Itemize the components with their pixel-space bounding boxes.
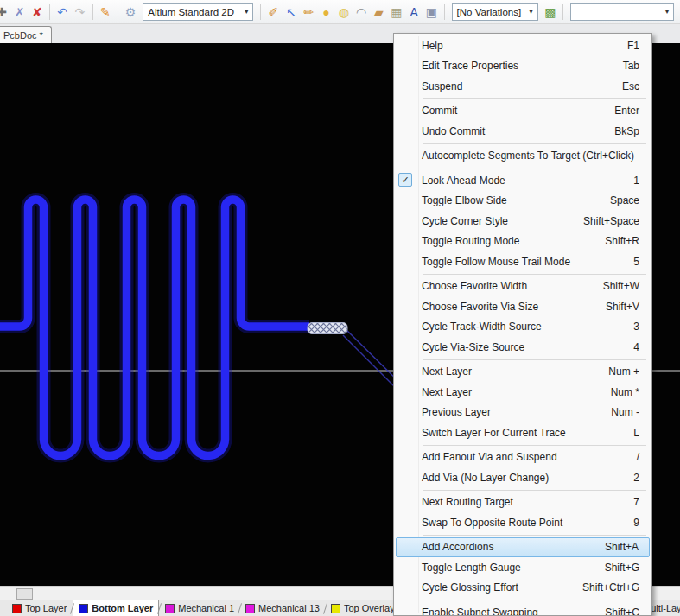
layer-tab-label: Top Layer [25, 603, 67, 613]
menu-item-shortcut: Shift+Space [575, 215, 639, 227]
menu-item-shortcut: / [628, 451, 639, 463]
altium-pcb-editor: ✚✗✘↶↷✎⚙Altium Standard 2D▾✐↖✏●◍◠▰▦A▣[No … [0, 0, 680, 616]
extra-dropdown[interactable]: ▾ [570, 3, 674, 21]
menu-item-toggle-elbow-side[interactable]: Toggle Elbow SideSpace [396, 191, 650, 212]
layer-color-swatch [12, 604, 22, 613]
menu-separator [423, 98, 646, 99]
document-tab-pcbdoc[interactable]: PcbDoc * [0, 26, 52, 43]
menu-item-autocomplete-segments-to-target-ctrl-click[interactable]: Autocomplete Segments To Target (Ctrl+Cl… [396, 146, 650, 167]
menu-item-shortcut: 7 [625, 496, 639, 508]
menu-item-toggle-routing-mode[interactable]: Toggle Routing ModeShift+R [396, 232, 650, 252]
menu-item-next-layer[interactable]: Next LayerNum * [396, 382, 650, 403]
layer-tab-top-overlay[interactable]: Top Overlay [326, 600, 400, 616]
layer-color-swatch [79, 604, 88, 613]
checkmark-icon: ✓ [398, 173, 412, 187]
menu-item-label: Add Accordions [422, 541, 596, 553]
menu-item-cycle-corner-style[interactable]: Cycle Corner StyleShift+Space [396, 211, 650, 232]
layer-tab-mechanical-13[interactable]: Mechanical 13 [240, 600, 325, 616]
menu-item-swap-to-opposite-route-point[interactable]: Swap To Opposite Route Point9 [396, 512, 650, 533]
menu-item-cycle-via-size-source[interactable]: Cycle Via-Size Source4 [396, 337, 650, 358]
paste-array-icon[interactable]: ▦ [389, 3, 404, 21]
dropdown-value: Altium Standard 2D [148, 7, 234, 17]
menu-item-shortcut: Shift+V [597, 301, 639, 313]
undo-icon[interactable]: ↶ [54, 3, 70, 21]
menu-item-toggle-length-gauge[interactable]: Toggle Length GaugeShift+G [396, 557, 650, 578]
arc-icon[interactable]: ◠ [353, 3, 369, 21]
menu-item-toggle-follow-mouse-trail-mode[interactable]: Toggle Follow Mouse Trail Mode5 [396, 251, 650, 272]
menu-item-label: Help [422, 40, 619, 52]
toolbar-separator [49, 4, 50, 20]
menu-item-undo-commit[interactable]: Undo CommitBkSp [396, 121, 650, 142]
routing-context-menu: HelpF1Edit Trace PropertiesTabSuspendEsc… [393, 33, 652, 616]
menu-item-choose-favorite-width[interactable]: Choose Favorite WidthShift+W [396, 276, 650, 297]
menu-separator [423, 490, 646, 491]
menu-item-label: Previous Layer [422, 406, 602, 418]
menu-item-choose-favorite-via-size[interactable]: Choose Favorite Via SizeShift+V [396, 296, 650, 317]
chevron-down-icon: ▾ [660, 8, 669, 16]
menu-item-add-via-no-layer-change[interactable]: Add Via (No Layer Change)2 [396, 467, 650, 488]
menu-item-next-routing-target[interactable]: Next Routing Target7 [396, 492, 650, 513]
variations-dropdown[interactable]: [No Variations]▾ [452, 3, 538, 21]
pad-icon[interactable]: ◍ [336, 3, 352, 21]
wizard-icon[interactable]: ⚙ [123, 3, 138, 21]
menu-item-cycle-glossing-effort[interactable]: Cycle Glossing EffortShift+Ctrl+G [396, 578, 650, 599]
menu-item-switch-layer-for-current-trace[interactable]: Switch Layer For Current TraceL [396, 422, 650, 443]
layer-tab-top-layer[interactable]: Top Layer [7, 600, 72, 616]
menu-item-shortcut: F1 [619, 40, 639, 52]
menu-separator [423, 445, 646, 446]
menu-item-add-accordions[interactable]: Add AccordionsShift+A [396, 537, 650, 558]
string-icon[interactable]: A [406, 3, 422, 21]
menu-separator [423, 274, 646, 275]
menu-item-cycle-track-width-source[interactable]: Cycle Track-Width Source3 [396, 317, 650, 338]
menu-item-add-fanout-via-and-suspend[interactable]: Add Fanout Via and Suspend/ [396, 448, 650, 468]
break-track-icon[interactable]: ✗ [11, 3, 27, 21]
menu-item-look-ahead-mode[interactable]: ✓Look Ahead Mode1 [396, 170, 650, 191]
redo-icon[interactable]: ↷ [72, 3, 87, 21]
menu-item-shortcut: Space [601, 194, 639, 206]
menu-item-previous-layer[interactable]: Previous LayerNum - [396, 403, 650, 423]
menu-item-label: Toggle Length Gauge [422, 562, 596, 574]
menu-item-help[interactable]: HelpF1 [396, 35, 650, 56]
chevron-down-icon: ▾ [524, 8, 533, 16]
menu-item-edit-trace-properties[interactable]: Edit Trace PropertiesTab [396, 56, 650, 77]
menu-item-label: Cycle Track-Width Source [422, 321, 625, 333]
variant-component-icon[interactable]: ▩ [543, 3, 558, 21]
differential-routing-icon[interactable]: ✏ [301, 3, 316, 21]
interactive-routing-icon[interactable]: ✐ [265, 3, 281, 21]
menu-item-label: Edit Trace Properties [422, 60, 614, 72]
menu-item-enable-subnet-swapping[interactable]: Enable Subnet SwappingShift+C [396, 602, 650, 616]
toolbar-separator [444, 4, 445, 20]
menu-item-shortcut: Shift+C [596, 606, 639, 616]
menu-item-label: Next Layer [422, 386, 602, 398]
toolbar-separator [92, 4, 93, 20]
menu-item-label: Commit [422, 105, 606, 117]
toolbar-separator [562, 4, 563, 20]
view-mode-dropdown[interactable]: Altium Standard 2D▾ [143, 3, 253, 21]
move-cursor-icon[interactable]: ✚ [0, 3, 10, 21]
delete-segment-icon[interactable]: ✘ [29, 3, 45, 21]
dropdown-value: [No Variations] [457, 7, 522, 17]
fill-icon[interactable]: ▰ [371, 3, 386, 21]
menu-item-label: Cycle Via-Size Source [422, 341, 625, 353]
chevron-down-icon: ▾ [239, 8, 248, 16]
menu-item-label: Enable Subnet Swapping [422, 606, 596, 616]
menu-item-label: Choose Favorite Via Size [422, 301, 597, 313]
menu-item-label: Cycle Glossing Effort [422, 581, 574, 594]
menu-item-label: Cycle Corner Style [422, 215, 575, 227]
scrollbar-thumb[interactable] [16, 588, 33, 600]
layer-tab-mechanical-1[interactable]: Mechanical 1 [160, 600, 239, 616]
menu-item-shortcut: Shift+Ctrl+G [574, 581, 639, 594]
menu-item-shortcut: Num + [600, 365, 639, 378]
menu-item-label: Add Fanout Via and Suspend [422, 451, 628, 463]
pen-tool-icon[interactable]: ✎ [98, 3, 113, 21]
menu-item-shortcut: Esc [613, 80, 639, 92]
via-icon[interactable]: ● [318, 3, 334, 21]
menu-item-suspend[interactable]: SuspendEsc [396, 76, 650, 97]
layer-tab-label: Mechanical 1 [178, 603, 234, 613]
menu-item-shortcut: Shift+A [596, 541, 639, 553]
menu-item-commit[interactable]: CommitEnter [396, 101, 650, 122]
menu-item-next-layer[interactable]: Next LayerNum + [396, 362, 650, 383]
layer-tab-bottom-layer[interactable]: Bottom Layer [73, 600, 159, 616]
component-icon[interactable]: ▣ [423, 3, 439, 21]
route-mode-icon[interactable]: ↖ [283, 3, 299, 21]
